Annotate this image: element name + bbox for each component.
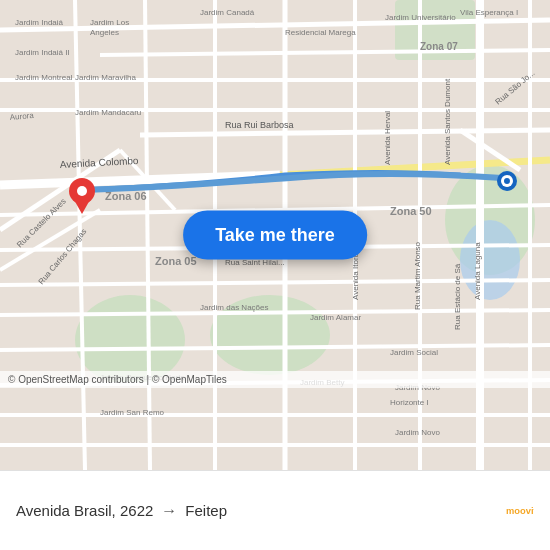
svg-text:Jardim Los: Jardim Los <box>90 18 129 27</box>
svg-text:Zona 05: Zona 05 <box>155 255 197 267</box>
svg-text:Zona 50: Zona 50 <box>390 205 432 217</box>
svg-text:moovit: moovit <box>506 506 534 516</box>
moovit-logo: moovit <box>506 497 534 525</box>
svg-text:Jardim das Nações: Jardim das Nações <box>200 303 268 312</box>
map-view: Avenida Colombo Rua Rui Barbosa Zona 06 … <box>0 0 550 470</box>
destination-label: Feitep <box>185 502 227 519</box>
svg-marker-72 <box>73 198 91 214</box>
svg-text:Jardim Indaiá II: Jardim Indaiá II <box>15 48 70 57</box>
svg-text:Residencial Marega: Residencial Marega <box>285 28 356 37</box>
svg-text:Zona 07: Zona 07 <box>420 41 458 52</box>
svg-text:Avenida Laguna: Avenida Laguna <box>473 242 482 300</box>
svg-text:Jardim Novo: Jardim Novo <box>395 428 440 437</box>
svg-text:Jardim Indaiá: Jardim Indaiá <box>15 18 64 27</box>
svg-text:Jardim San Remo: Jardim San Remo <box>100 408 165 417</box>
svg-text:Zona 06: Zona 06 <box>105 190 147 202</box>
svg-text:Rua Rui Barbosa: Rua Rui Barbosa <box>225 120 294 130</box>
origin-pin <box>68 178 96 218</box>
svg-text:Jardim Alamar: Jardim Alamar <box>310 313 361 322</box>
svg-text:Jardim Canadá: Jardim Canadá <box>200 8 255 17</box>
svg-point-5 <box>460 220 520 300</box>
svg-text:Rua Martim Afonso: Rua Martim Afonso <box>413 241 422 310</box>
svg-point-73 <box>77 186 87 196</box>
take-me-there-button[interactable]: Take me there <box>183 211 367 260</box>
svg-text:Vila Esperança I: Vila Esperança I <box>460 8 518 17</box>
svg-text:Jardim Social: Jardim Social <box>390 348 438 357</box>
route-info: Avenida Brasil, 2622 → Feitep <box>16 502 506 520</box>
arrow-icon: → <box>161 502 177 520</box>
svg-point-76 <box>504 178 510 184</box>
map-copyright: © OpenStreetMap contributors | © OpenMap… <box>0 371 550 388</box>
svg-text:Jardim Montreal: Jardim Montreal <box>15 73 73 82</box>
destination-pin <box>496 170 518 196</box>
bottom-bar: Avenida Brasil, 2622 → Feitep moovit <box>0 470 550 550</box>
svg-text:Angeles: Angeles <box>90 28 119 37</box>
svg-text:Jardim Mandacaru: Jardim Mandacaru <box>75 108 141 117</box>
svg-text:Horizonte I: Horizonte I <box>390 398 429 407</box>
svg-text:Avenida Santos Dumont: Avenida Santos Dumont <box>443 78 452 165</box>
svg-text:Rua Estácio de Sá: Rua Estácio de Sá <box>453 263 462 330</box>
svg-text:Avenida Herval: Avenida Herval <box>383 111 392 165</box>
svg-text:Jardim Universitário: Jardim Universitário <box>385 13 456 22</box>
svg-text:Jardim Maravilha: Jardim Maravilha <box>75 73 136 82</box>
origin-label: Avenida Brasil, 2622 <box>16 502 153 519</box>
